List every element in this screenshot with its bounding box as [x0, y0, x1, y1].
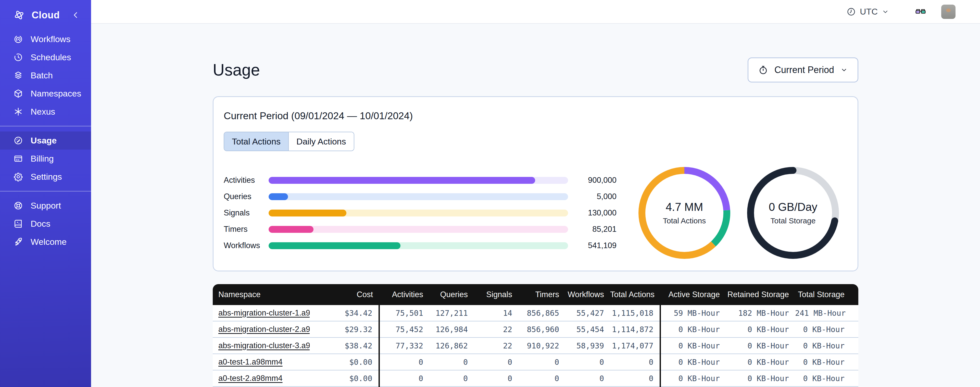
- namespace-link[interactable]: a0-test-2.a98mm4: [218, 374, 283, 383]
- cell-retained-storage: 0 KB-Hour: [726, 337, 795, 354]
- usage-summary-card: Current Period (09/01/2024 — 10/01/2024)…: [213, 96, 858, 271]
- cell-workflows: 0: [565, 370, 610, 387]
- bar-track: [269, 242, 568, 249]
- chevron-left-icon[interactable]: [71, 10, 80, 20]
- table-row: abs-migration-cluster-3.a98mm4$38.4277,3…: [213, 337, 858, 354]
- cell-queries: 126,862: [429, 337, 474, 354]
- sidebar-item-welcome[interactable]: Welcome: [0, 233, 91, 251]
- bar-label: Activities: [224, 176, 269, 185]
- table-body: abs-migration-cluster-1.a98mm4$34.4275,5…: [213, 305, 858, 387]
- cell-activities: 0: [379, 354, 429, 370]
- column-header-activities: Activities: [379, 284, 429, 305]
- main-content: Usage Current Period Current Period (09/…: [91, 24, 980, 387]
- period-button-label: Current Period: [775, 65, 834, 75]
- cell-signals: 0: [474, 370, 518, 387]
- sidebar-item-support[interactable]: Support: [0, 197, 91, 215]
- sidebar-item-usage[interactable]: Usage: [0, 131, 91, 150]
- cell-retained-storage: 182 MB-Hour: [726, 305, 795, 321]
- bar-fill: [269, 193, 288, 200]
- donut-value: 0 GB/Day: [769, 201, 818, 213]
- bar-label: Workflows: [224, 241, 269, 250]
- donut-center: 4.7 MMTotal Actions: [638, 167, 730, 259]
- topbar: UTC: [91, 0, 980, 24]
- column-header-active-storage: Active Storage: [660, 284, 726, 305]
- cell-total-actions: 1,114,872: [610, 321, 660, 337]
- sidebar-item-docs[interactable]: Docs: [0, 215, 91, 233]
- bar-value: 85,201: [568, 225, 617, 234]
- bar-row-activities: Activities900,000: [224, 172, 617, 189]
- sidebar-item-nexus[interactable]: Nexus: [0, 102, 91, 121]
- namespace-link[interactable]: a0-test-1.a98mm4: [218, 357, 283, 366]
- sidebar-item-label: Docs: [30, 219, 50, 229]
- sidebar-item-billing[interactable]: Billing: [0, 150, 91, 168]
- namespace-link[interactable]: abs-migration-cluster-3.a98mm4: [218, 341, 310, 350]
- column-header-queries: Queries: [429, 284, 474, 305]
- column-header-cost: Cost: [310, 284, 379, 305]
- column-header-timers: Timers: [518, 284, 565, 305]
- nexus-icon: [13, 107, 23, 117]
- donut-label: Total Actions: [663, 216, 706, 225]
- actions-bar-chart: Activities900,000Queries5,000Signals130,…: [224, 172, 617, 254]
- namespace-cell: abs-migration-cluster-1.a98mm4: [213, 305, 310, 321]
- namespace-cell: abs-migration-cluster-2.a98mm4: [213, 321, 310, 337]
- cell-timers: 856,960: [518, 321, 565, 337]
- tab-daily-actions[interactable]: Daily Actions: [288, 132, 354, 150]
- cell-cost: $0.00: [310, 370, 379, 387]
- cell-workflows: 58,939: [565, 337, 610, 354]
- page-title: Usage: [213, 61, 260, 79]
- column-header-retained-storage: Retained Storage: [726, 284, 795, 305]
- sidebar-item-namespaces[interactable]: Namespaces: [0, 85, 91, 102]
- welcome-icon: [13, 237, 23, 247]
- bar-label: Queries: [224, 192, 269, 201]
- sidebar-item-label: Nexus: [30, 107, 55, 117]
- cell-total-actions: 0: [610, 370, 660, 387]
- donut-total-storage: 0 GB/DayTotal Storage: [747, 167, 839, 259]
- avatar[interactable]: [941, 5, 956, 19]
- donut-center: 0 GB/DayTotal Storage: [747, 167, 839, 259]
- support-icon: [13, 201, 23, 211]
- sidebar-item-batch[interactable]: Batch: [0, 66, 91, 85]
- sidebar-brand: Cloud: [0, 0, 91, 30]
- cell-queries: 0: [429, 370, 474, 387]
- bar-fill: [269, 177, 535, 184]
- bar-row-workflows: Workflows541,109: [224, 237, 617, 254]
- glasses-icon[interactable]: [914, 6, 928, 17]
- namespace-usage-table: NamespaceCostActivitiesQueriesSignalsTim…: [213, 284, 858, 387]
- column-header-total-storage: Total Storage: [795, 284, 858, 305]
- card-title: Current Period (09/01/2024 — 10/01/2024): [224, 110, 847, 122]
- namespace-cell: a0-test-1.a98mm4: [213, 354, 310, 370]
- cell-queries: 127,211: [429, 305, 474, 321]
- cell-timers: 856,865: [518, 305, 565, 321]
- temporal-logo-icon: [13, 9, 25, 21]
- sidebar-item-workflows[interactable]: Workflows: [0, 30, 91, 48]
- cell-cost: $34.42: [310, 305, 379, 321]
- namespace-link[interactable]: abs-migration-cluster-2.a98mm4: [218, 325, 310, 334]
- cell-signals: 14: [474, 305, 518, 321]
- tab-total-actions[interactable]: Total Actions: [224, 132, 288, 150]
- bar-track: [269, 209, 568, 216]
- sidebar-item-settings[interactable]: Settings: [0, 168, 91, 186]
- settings-icon: [13, 172, 23, 182]
- cell-queries: 126,984: [429, 321, 474, 337]
- sidebar-item-schedules[interactable]: Schedules: [0, 48, 91, 66]
- cell-total-actions: 0: [610, 354, 660, 370]
- period-selector-button[interactable]: Current Period: [748, 58, 858, 82]
- cell-active-storage: 0 KB-Hour: [660, 321, 726, 337]
- timezone-label: UTC: [860, 6, 878, 17]
- sidebar-item-label: Billing: [30, 154, 54, 164]
- sidebar-nav: WorkflowsSchedulesBatchNamespacesNexusUs…: [0, 30, 91, 251]
- donut-total-actions: 4.7 MMTotal Actions: [638, 167, 730, 259]
- bar-value: 900,000: [568, 176, 617, 185]
- timezone-selector[interactable]: UTC: [846, 6, 889, 17]
- cell-signals: 0: [474, 354, 518, 370]
- account-chevron-down-icon[interactable]: [962, 8, 970, 16]
- namespace-link[interactable]: abs-migration-cluster-1.a98mm4: [218, 309, 310, 317]
- clock-icon: [846, 7, 856, 17]
- table-header-row: NamespaceCostActivitiesQueriesSignalsTim…: [213, 284, 858, 305]
- namespace-usage-table-wrap: NamespaceCostActivitiesQueriesSignalsTim…: [213, 284, 858, 387]
- cell-workflows: 55,427: [565, 305, 610, 321]
- sidebar-item-label: Support: [30, 201, 61, 211]
- table-row: a0-test-2.a98mm4$0.000000000 KB-Hour0 KB…: [213, 370, 858, 387]
- cell-total-storage: 0 KB-Hour: [795, 337, 858, 354]
- cell-activities: 77,332: [379, 337, 429, 354]
